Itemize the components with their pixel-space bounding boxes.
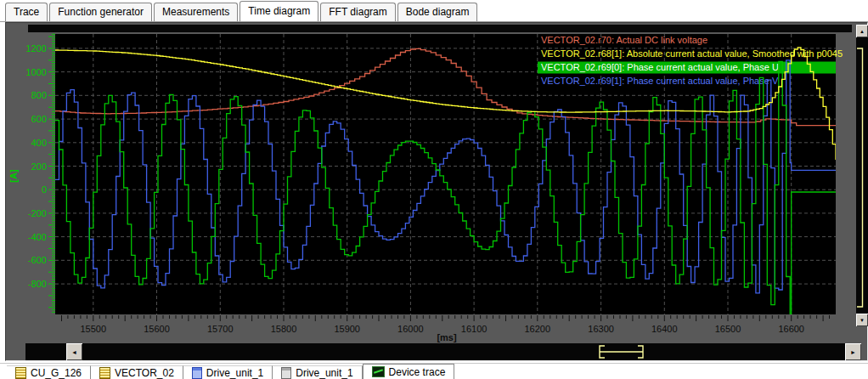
project-tab-label: Drive_unit_1 <box>296 367 352 379</box>
project-tab-vector_02-1[interactable]: VECTOR_02 <box>91 365 183 379</box>
left-arrow-icon: ◄ <box>71 349 77 355</box>
project-tab-label: CU_G_126 <box>31 367 82 379</box>
tab-fft-diagram[interactable]: FFT diagram <box>320 3 395 21</box>
legend-row-1[interactable]: VECTOR_02.r68[1]: Absolute current actua… <box>541 48 843 59</box>
tab-function-generator[interactable]: Function generator <box>49 3 152 21</box>
param-list-icon <box>15 367 26 379</box>
drive-unit-gray-icon <box>281 367 291 379</box>
project-tab-drive_unit_1-2[interactable]: Drive_unit_1 <box>183 365 273 379</box>
project-tab-device-trace-4[interactable]: Device trace <box>363 364 455 379</box>
right-arrow-icon: ► <box>850 349 856 355</box>
legend-row-2[interactable]: VECTOR_02.r69[0]: Phase current actual v… <box>541 62 779 72</box>
legend-row-3[interactable]: VECTOR_02.r69[1]: Phase current actual v… <box>541 76 779 86</box>
tab-time-diagram[interactable]: Time diagram <box>240 1 318 21</box>
bottom-tab-bar: CU_G_126VECTOR_02Drive_unit_1Drive_unit_… <box>0 363 868 379</box>
param-list-icon <box>99 367 110 379</box>
v-scroll-up-button[interactable]: ▲ <box>856 25 868 37</box>
project-tab-drive_unit_1-3[interactable]: Drive_unit_1 <box>273 365 362 379</box>
trace-window: TraceFunction generatorMeasurementsTime … <box>0 0 868 379</box>
project-tab-label: VECTOR_02 <box>115 367 174 379</box>
project-tab-cu_g_126-0[interactable]: CU_G_126 <box>7 365 91 379</box>
drive-unit-blue-icon <box>192 367 202 379</box>
project-tab-label: Drive_unit_1 <box>206 367 263 379</box>
h-scroll-left-button[interactable]: ◄ <box>66 343 82 360</box>
v-scroll-down-button[interactable]: ▼ <box>856 314 868 326</box>
tab-bode-diagram[interactable]: Bode diagram <box>397 3 478 21</box>
down-arrow-icon: ▼ <box>860 318 865 323</box>
tab-measurements[interactable]: Measurements <box>154 3 238 21</box>
top-tab-bar: TraceFunction generatorMeasurementsTime … <box>0 0 868 22</box>
tab-trace[interactable]: Trace <box>5 3 48 21</box>
h-scroll-right-button[interactable]: ► <box>845 343 861 360</box>
h-scrollbar-track[interactable] <box>25 343 861 360</box>
up-arrow-icon: ▲ <box>860 29 865 34</box>
device-trace-icon <box>372 366 385 377</box>
legend-row-0[interactable]: VECTOR_02.r70: Actual DC link voltage <box>541 35 707 45</box>
project-tab-label: Device trace <box>389 366 446 378</box>
